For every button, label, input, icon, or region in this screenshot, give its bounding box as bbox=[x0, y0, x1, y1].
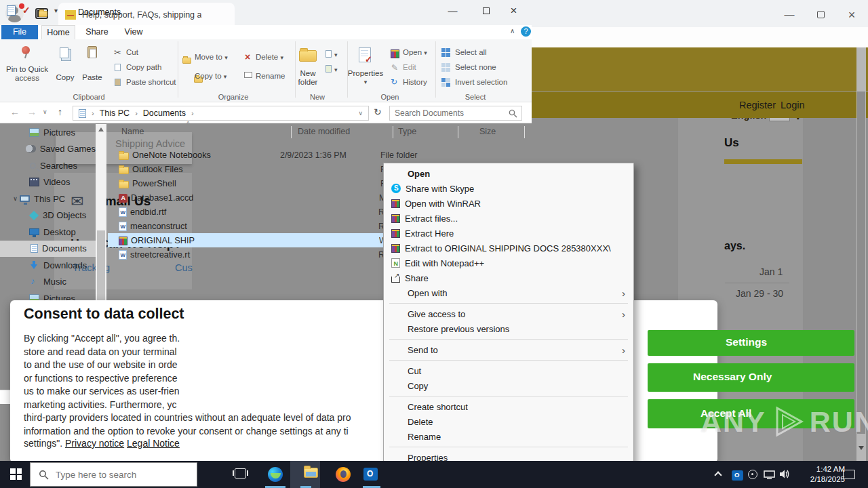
tree-item[interactable]: ∨ Searches bbox=[0, 157, 96, 174]
context-menu-item[interactable]: Delete › bbox=[384, 414, 633, 429]
pin-to-quick-access-button[interactable]: Pin to Quickaccess bbox=[3, 65, 52, 83]
address-dropdown-icon[interactable]: ∨ bbox=[358, 110, 368, 117]
minimize-button[interactable]: — bbox=[437, 1, 468, 20]
privacy-notice-link[interactable]: Privacy notice bbox=[65, 438, 124, 449]
context-menu-item[interactable]: Copy › bbox=[384, 378, 633, 393]
context-menu-item[interactable]: › bbox=[384, 444, 633, 450]
new-folder-button[interactable]: Newfolder bbox=[290, 69, 326, 87]
context-menu-item[interactable]: › bbox=[384, 393, 633, 399]
rename-button[interactable]: Rename bbox=[256, 72, 285, 80]
tree-item[interactable]: ∨ Pictures bbox=[0, 124, 96, 140]
context-menu-item[interactable]: Extract to ORIGINAL SHIPPING DOCS 285380… bbox=[384, 241, 633, 256]
context-menu-item[interactable]: › bbox=[384, 357, 633, 363]
browser-close-button[interactable]: × bbox=[842, 8, 862, 22]
recent-locations-icon[interactable]: ∨ bbox=[43, 108, 47, 115]
scroll-up-icon[interactable] bbox=[98, 127, 104, 131]
taskbar-search[interactable] bbox=[30, 462, 197, 487]
tray-outlook-icon[interactable] bbox=[732, 470, 743, 481]
context-menu-item[interactable]: Extract files... › bbox=[384, 211, 633, 226]
tree-item[interactable]: ∨ This PC bbox=[0, 190, 96, 207]
context-menu-item[interactable]: Open with › bbox=[384, 285, 633, 300]
properties-button[interactable]: Properties▾ bbox=[344, 69, 387, 87]
address-breadcrumb[interactable]: › This PC › Documents › ∨ bbox=[73, 106, 369, 121]
close-button[interactable]: × bbox=[498, 1, 529, 20]
tab-file[interactable]: File bbox=[1, 25, 38, 39]
taskbar-clock[interactable]: 1:42 AM 2/18/2025 bbox=[792, 464, 845, 485]
scrollbar-down-icon[interactable] bbox=[859, 446, 864, 450]
context-menu-item[interactable]: Share › bbox=[384, 270, 633, 285]
tab-home[interactable]: Home bbox=[41, 25, 75, 39]
context-menu-item[interactable]: Share with Skype › bbox=[384, 181, 633, 196]
context-menu-item[interactable]: › bbox=[384, 336, 633, 342]
easy-access-dropdown-icon[interactable]: ▾ bbox=[334, 66, 338, 73]
speaker-icon[interactable] bbox=[779, 469, 791, 479]
delete-button[interactable]: Delete ▾ bbox=[256, 53, 283, 61]
paste-shortcut-button[interactable]: Paste shortcut bbox=[126, 78, 176, 86]
tree-scrollbar-thumb[interactable] bbox=[97, 230, 105, 312]
nav-back-icon[interactable]: ← bbox=[10, 106, 20, 117]
copy-to-button[interactable]: Copy to ▾ bbox=[195, 72, 226, 80]
new-item-dropdown-icon[interactable]: ▾ bbox=[334, 52, 338, 58]
invert-selection-button[interactable]: Invert selection bbox=[455, 78, 507, 86]
tab-view[interactable]: View bbox=[117, 25, 151, 39]
context-menu-item[interactable]: › bbox=[384, 300, 633, 306]
tree-item[interactable]: ∨ Videos bbox=[0, 174, 96, 190]
cut-button[interactable]: Cut bbox=[126, 48, 138, 56]
settings-button[interactable]: Settings bbox=[648, 330, 854, 356]
nav-forward-icon[interactable]: → bbox=[27, 106, 37, 117]
login-link[interactable]: Login bbox=[781, 100, 804, 110]
open-button[interactable]: Open ▾ bbox=[403, 48, 427, 56]
quick-access-folder-icon[interactable] bbox=[39, 11, 47, 17]
quick-access-properties-icon[interactable] bbox=[7, 5, 16, 16]
firefox-icon[interactable] bbox=[336, 467, 351, 482]
legal-notice-link[interactable]: Legal Notice bbox=[127, 438, 180, 449]
context-menu-item[interactable]: Restore previous versions › bbox=[384, 321, 633, 336]
tree-item[interactable]: ∨ Music bbox=[0, 274, 96, 290]
file-row[interactable]: OneNote Notebooks 2/9/2023 1:36 PM File … bbox=[108, 148, 523, 162]
history-button[interactable]: History bbox=[403, 78, 427, 86]
refresh-address-icon[interactable]: ↻ bbox=[374, 106, 382, 117]
tab-share[interactable]: Share bbox=[80, 25, 114, 39]
necessary-only-button[interactable]: Necessary Only bbox=[648, 363, 854, 392]
browser-restore-button[interactable] bbox=[817, 11, 825, 18]
tree-item[interactable]: ∨ Desktop bbox=[0, 224, 96, 240]
quick-access-dropdown-icon[interactable]: ▾ bbox=[54, 7, 58, 14]
help-icon[interactable]: ? bbox=[521, 26, 531, 37]
column-header-name[interactable]: Name bbox=[121, 127, 144, 136]
column-header-size[interactable]: Size bbox=[479, 127, 496, 136]
browser-minimize-button[interactable]: — bbox=[779, 8, 800, 20]
page-scrollbar-thumb[interactable] bbox=[857, 92, 865, 434]
select-all-button[interactable]: Select all bbox=[455, 48, 487, 56]
context-menu-item[interactable]: Rename › bbox=[384, 429, 633, 444]
column-header-type[interactable]: Type bbox=[398, 127, 416, 136]
paste-button[interactable]: Paste bbox=[75, 73, 110, 82]
context-menu-item[interactable]: Extract Here › bbox=[384, 226, 633, 241]
context-menu-item[interactable]: Create shortcut › bbox=[384, 399, 633, 414]
tree-item[interactable]: ∨ Documents bbox=[0, 241, 96, 257]
context-menu-item[interactable]: Send to › bbox=[384, 342, 633, 357]
context-menu-item[interactable]: Open › bbox=[384, 166, 633, 181]
edit-button[interactable]: Edit bbox=[403, 63, 416, 71]
maximize-button[interactable] bbox=[483, 7, 490, 14]
task-view-icon[interactable] bbox=[235, 468, 246, 479]
start-button-icon[interactable] bbox=[10, 468, 22, 480]
breadcrumb-this-pc[interactable]: This PC bbox=[100, 108, 130, 118]
context-menu-item[interactable]: Give access to › bbox=[384, 306, 633, 321]
outlook-icon[interactable] bbox=[363, 468, 378, 481]
tray-agent-icon[interactable] bbox=[748, 470, 757, 479]
tree-item[interactable]: ∨ Downloads bbox=[0, 257, 96, 273]
expand-chevron-icon[interactable]: ∨ bbox=[11, 195, 20, 202]
select-none-button[interactable]: Select none bbox=[455, 63, 496, 71]
move-to-button[interactable]: Move to ▾ bbox=[195, 53, 228, 61]
search-box[interactable] bbox=[389, 106, 522, 121]
nav-up-icon[interactable]: ↑ bbox=[58, 106, 62, 117]
network-icon[interactable] bbox=[764, 470, 775, 479]
copy-path-button[interactable]: Copy path bbox=[126, 63, 161, 71]
quick-access-check-icon[interactable]: ✓ bbox=[22, 5, 31, 16]
tree-item[interactable]: ∨ 3D Objects bbox=[0, 207, 96, 224]
context-menu-item[interactable]: Edit with Notepad++ › bbox=[384, 256, 633, 270]
tree-item[interactable]: ∨ Saved Games bbox=[0, 141, 96, 157]
file-explorer-icon[interactable] bbox=[304, 468, 318, 478]
ribbon-collapse-icon[interactable]: ∧ bbox=[510, 27, 515, 35]
search-input[interactable] bbox=[390, 108, 509, 118]
